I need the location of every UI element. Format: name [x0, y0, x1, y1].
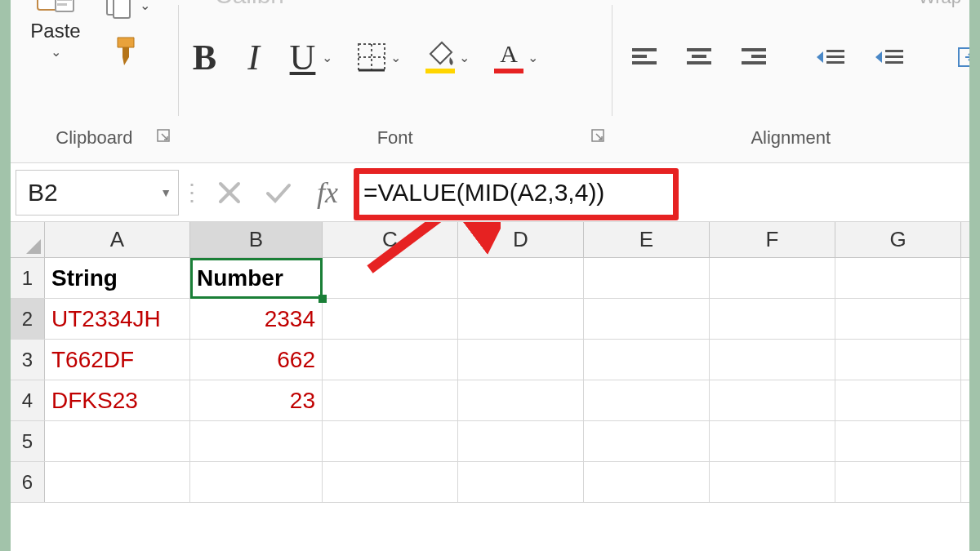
align-middle-button[interactable]: [688, 0, 724, 8]
cell-G1[interactable]: [835, 258, 961, 298]
cell-C2[interactable]: [323, 299, 458, 339]
cell-B4[interactable]: 23: [190, 380, 323, 420]
cell-B1[interactable]: Number: [190, 258, 323, 298]
cell-F5[interactable]: [710, 421, 835, 461]
align-top-button[interactable]: [629, 0, 666, 8]
select-all-corner[interactable]: [11, 222, 45, 257]
cell-A5[interactable]: [45, 421, 190, 461]
col-header-A[interactable]: A: [45, 222, 190, 257]
cell-E2[interactable]: [584, 299, 710, 339]
cell-E3[interactable]: [584, 340, 710, 380]
italic-button[interactable]: I: [236, 33, 272, 82]
cell-E6[interactable]: [584, 462, 710, 502]
svg-rect-28: [632, 55, 647, 58]
cell-D3[interactable]: [458, 340, 584, 380]
merge-cells-button[interactable]: Merg: [957, 43, 969, 71]
cell-D1[interactable]: [458, 258, 584, 298]
col-header-E[interactable]: E: [584, 222, 710, 257]
cell-G5[interactable]: [835, 421, 961, 461]
formula-input[interactable]: =VALUE(MID(A2,3,4)): [352, 174, 616, 211]
col-header-F[interactable]: F: [710, 222, 835, 257]
cell-F3[interactable]: [710, 340, 835, 380]
fill-handle[interactable]: [318, 295, 327, 303]
font-color-button[interactable]: A ⌄: [491, 33, 527, 82]
align-right-button[interactable]: [737, 37, 769, 78]
cell-C6[interactable]: [323, 462, 458, 502]
align-bottom-button[interactable]: [746, 0, 782, 8]
align-center-button[interactable]: [683, 37, 715, 78]
group-label-clipboard: Clipboard: [11, 121, 178, 155]
dialog-launcher-icon[interactable]: [157, 129, 173, 145]
row-header-3[interactable]: 3: [11, 340, 45, 380]
borders-icon: [355, 41, 388, 73]
cell-A4[interactable]: DFKS23: [45, 380, 190, 420]
format-painter-button[interactable]: [113, 34, 142, 67]
col-header-D[interactable]: D: [458, 222, 584, 257]
cell-B2[interactable]: 2334: [190, 299, 323, 339]
row-header-5[interactable]: 5: [11, 421, 45, 461]
italic-label: I: [247, 37, 260, 78]
increase-indent-button[interactable]: [871, 37, 908, 78]
paste-button[interactable]: Paste ⌄: [19, 0, 92, 60]
borders-button[interactable]: ⌄: [354, 33, 390, 82]
insert-function-button[interactable]: fx: [303, 176, 352, 210]
svg-rect-38: [826, 61, 844, 64]
paste-icon: [33, 0, 78, 13]
table-row: 3 T662DF 662: [11, 340, 969, 380]
cell-B3[interactable]: 662: [190, 340, 323, 380]
copy-button[interactable]: ⌄: [104, 0, 150, 20]
row-header-2[interactable]: 2: [11, 299, 45, 339]
cell-C4[interactable]: [323, 380, 458, 420]
cell-B5[interactable]: [190, 421, 323, 461]
check-icon: [265, 180, 292, 205]
decrease-indent-icon: [812, 43, 849, 71]
col-header-G[interactable]: G: [835, 222, 961, 257]
cell-C1[interactable]: [323, 258, 458, 298]
cell-F4[interactable]: [710, 380, 835, 420]
row-header-6[interactable]: 6: [11, 462, 45, 502]
row-header-1[interactable]: 1: [11, 258, 45, 298]
cell-A6[interactable]: [45, 462, 190, 502]
cell-A3[interactable]: T662DF: [45, 340, 190, 380]
cell-F2[interactable]: [710, 299, 835, 339]
cell-A1[interactable]: String: [45, 258, 190, 298]
table-row: 6: [11, 462, 969, 503]
underline-button[interactable]: U ⌄: [285, 33, 321, 82]
fill-color-button[interactable]: ⌄: [422, 33, 458, 82]
cell-D4[interactable]: [458, 380, 584, 420]
cell-D5[interactable]: [458, 421, 584, 461]
cell-E5[interactable]: [584, 421, 710, 461]
column-headers: A B C D E F G: [11, 222, 969, 258]
align-left-button[interactable]: [629, 37, 662, 78]
cell-C3[interactable]: [323, 340, 458, 380]
cell-A2[interactable]: UT2334JH: [45, 299, 190, 339]
dialog-launcher-icon[interactable]: [591, 129, 608, 145]
name-box[interactable]: B2 ▼: [16, 170, 179, 216]
col-header-C[interactable]: C: [323, 222, 458, 257]
cell-F6[interactable]: [710, 462, 835, 502]
spreadsheet-grid[interactable]: A B C D E F G 1 String Number 2 UT2334JH: [11, 222, 969, 551]
svg-rect-29: [632, 61, 657, 64]
svg-rect-4: [57, 0, 72, 1]
cell-E4[interactable]: [584, 380, 710, 420]
cell-G4[interactable]: [835, 380, 961, 420]
decrease-indent-button[interactable]: [812, 37, 849, 78]
cell-G2[interactable]: [835, 299, 961, 339]
align-bottom-icon: [748, 0, 781, 2]
cell-D6[interactable]: [458, 462, 584, 502]
cell-E1[interactable]: [584, 258, 710, 298]
row-header-4[interactable]: 4: [11, 380, 45, 420]
cell-F1[interactable]: [710, 258, 835, 298]
cell-D2[interactable]: [458, 299, 584, 339]
col-header-B[interactable]: B: [190, 222, 323, 257]
cancel-formula-button[interactable]: [205, 170, 254, 216]
enter-formula-button[interactable]: [254, 170, 303, 216]
ribbon: Calibri Paste ⌄: [11, 0, 969, 163]
bold-button[interactable]: B: [187, 33, 223, 82]
cell-G3[interactable]: [835, 340, 961, 380]
cell-B6[interactable]: [190, 462, 323, 502]
wrap-text-truncated: Wrap: [919, 0, 961, 8]
orientation-button[interactable]: ab: [840, 0, 876, 8]
cell-C5[interactable]: [323, 421, 458, 461]
cell-G6[interactable]: [835, 462, 961, 502]
